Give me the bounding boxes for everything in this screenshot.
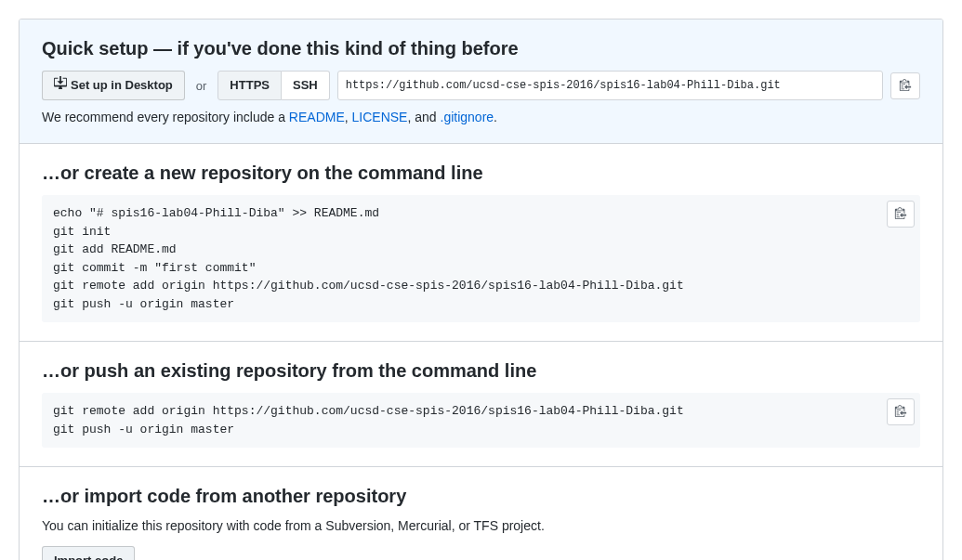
push-repo-section: …or push an existing repository from the…	[20, 342, 942, 467]
create-repo-code-wrap: echo "# spis16-lab04-Phill-Diba" >> READ…	[42, 195, 920, 322]
quick-setup-heading: Quick setup — if you've done this kind o…	[42, 38, 920, 59]
clone-url-row: Set up in Desktop or HTTPS SSH	[42, 71, 920, 100]
license-link[interactable]: LICENSE	[352, 110, 408, 124]
create-repo-code: echo "# spis16-lab04-Phill-Diba" >> READ…	[42, 195, 920, 322]
repo-setup-panel: Quick setup — if you've done this kind o…	[19, 19, 943, 560]
quick-setup-section: Quick setup — if you've done this kind o…	[20, 20, 942, 144]
clipboard-icon	[894, 206, 907, 222]
create-repo-heading: …or create a new repository on the comma…	[42, 163, 920, 184]
import-repo-heading: …or import code from another repository	[42, 486, 920, 507]
gitignore-link[interactable]: .gitignore	[441, 110, 494, 124]
clipboard-icon	[894, 404, 907, 420]
push-repo-code: git remote add origin https://github.com…	[42, 393, 920, 448]
import-repo-section: …or import code from another repository …	[20, 467, 942, 560]
ssh-protocol-button[interactable]: SSH	[282, 71, 330, 100]
create-repo-section: …or create a new repository on the comma…	[20, 144, 942, 342]
setup-in-desktop-label: Set up in Desktop	[71, 76, 173, 95]
copy-create-repo-button[interactable]	[887, 201, 915, 228]
copy-url-button[interactable]	[890, 72, 920, 99]
readme-link[interactable]: README	[289, 110, 345, 124]
copy-push-repo-button[interactable]	[887, 398, 915, 425]
https-protocol-button[interactable]: HTTPS	[217, 71, 282, 100]
import-code-button[interactable]: Import code	[42, 546, 135, 560]
import-repo-description: You can initialize this repository with …	[42, 518, 920, 533]
desktop-download-icon	[54, 76, 67, 95]
push-repo-heading: …or push an existing repository from the…	[42, 360, 920, 382]
protocol-switcher: HTTPS SSH	[217, 71, 329, 100]
push-repo-code-wrap: git remote add origin https://github.com…	[42, 393, 920, 448]
setup-in-desktop-button[interactable]: Set up in Desktop	[42, 71, 185, 100]
or-separator: or	[192, 79, 211, 93]
clone-url-input[interactable]	[337, 71, 883, 100]
recommend-text: We recommend every repository include a …	[42, 110, 920, 124]
clipboard-icon	[899, 78, 912, 94]
